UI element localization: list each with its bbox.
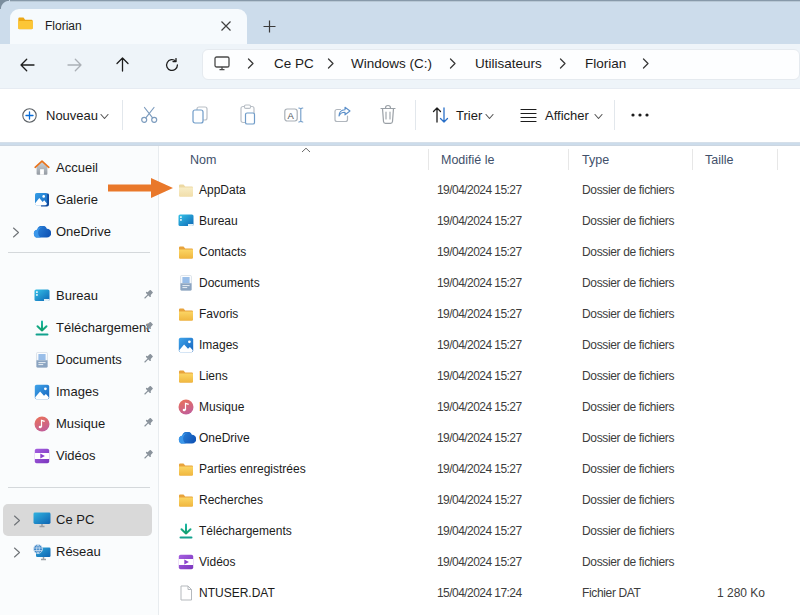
svg-text:A: A [288, 110, 295, 121]
